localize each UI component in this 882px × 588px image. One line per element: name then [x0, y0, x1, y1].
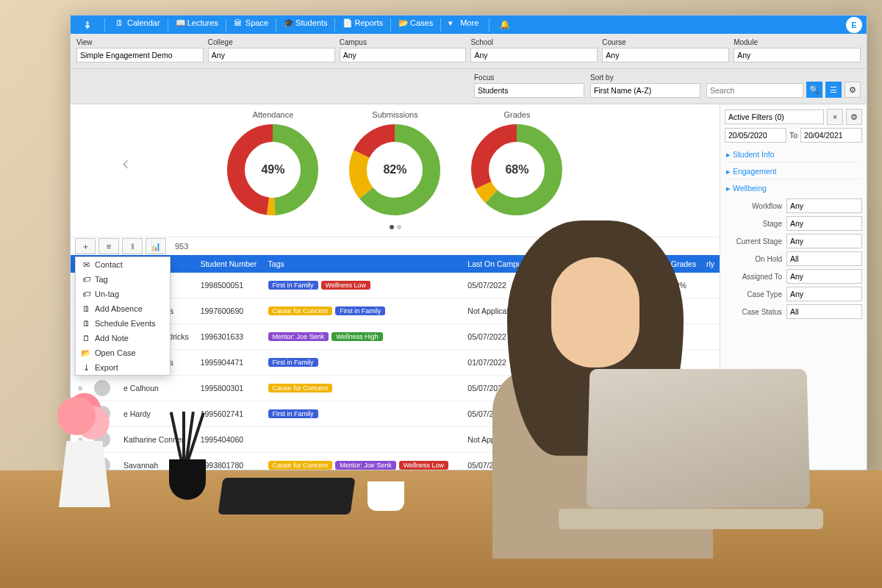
col-last-on-campus[interactable]: Last On Campus	[463, 255, 532, 273]
cell-tags: Cause for ConcernMentor: Joe SenkWellnes…	[264, 452, 464, 470]
date-to-label: To	[789, 131, 797, 140]
col-student-number[interactable]: Student Number	[196, 255, 264, 273]
chart-title: Grades	[470, 110, 563, 119]
rp-field-input[interactable]	[786, 234, 862, 248]
active-filters-input[interactable]	[725, 110, 824, 124]
nav-label: Reports	[354, 18, 383, 27]
filter-focus: Focus	[474, 72, 584, 98]
menu-item-un-tag[interactable]: 🏷Un-tag	[76, 287, 170, 301]
rp-field-input[interactable]	[786, 269, 862, 284]
menu-item-add-absence[interactable]: 🗓Add Absence	[76, 301, 170, 316]
rp-field-input[interactable]	[786, 251, 862, 266]
cell-trailing	[702, 298, 720, 323]
table-row[interactable]: ≡e Calhoun1995800301Cause for Concern05/…	[71, 375, 720, 401]
row-drag-handle[interactable]: ≡	[71, 452, 90, 470]
menu-item-schedule-events[interactable]: 🗓Schedule Events	[76, 316, 170, 331]
filter-sortby: Sort by	[590, 72, 700, 98]
separator	[104, 18, 105, 32]
rp-field-input[interactable]	[786, 304, 862, 319]
menu-item-icon: 🏷	[82, 275, 90, 284]
filter-college-input[interactable]	[208, 48, 335, 62]
date-from-input[interactable]	[725, 128, 786, 143]
filter-sortby-input[interactable]	[590, 83, 700, 98]
search-input[interactable]	[706, 83, 803, 98]
nav-cases[interactable]: 📂Cases	[392, 18, 439, 27]
brand-leaf-icon	[82, 20, 93, 30]
cell-tags: First in Family	[264, 349, 464, 375]
cell-last-on-campus: 05/07/2022	[463, 452, 532, 470]
rp-field-input[interactable]	[786, 198, 862, 213]
tag-badge: Wellness Low	[321, 281, 370, 290]
menu-item-label: Tag	[95, 275, 108, 284]
table-row[interactable]: ≡e Hardy1995602741First in Family05/07/2…	[71, 401, 720, 426]
filter-view-input[interactable]	[76, 48, 204, 62]
nav-space[interactable]: 🏛Space	[228, 18, 274, 27]
filter-module-input[interactable]	[734, 48, 861, 62]
filter-button[interactable]: ☰	[825, 82, 842, 98]
settings-gear-button[interactable]: ⚙	[845, 82, 861, 98]
nav-more[interactable]: ▾More	[442, 18, 484, 27]
menu-item-tag[interactable]: 🏷Tag	[76, 272, 170, 287]
nav-reports[interactable]: 📄Reports	[337, 18, 389, 27]
nav-lectures[interactable]: 📖Lectures	[170, 18, 224, 27]
filter-campus-input[interactable]	[340, 48, 467, 62]
filter-label: Campus	[340, 37, 467, 48]
cell-student-number: 1995800301	[196, 375, 264, 401]
row-drag-handle[interactable]: ≡	[71, 401, 90, 426]
cell-last-on-campus: Not Applicable	[463, 298, 532, 323]
menu-item-icon: 🗓	[82, 304, 90, 313]
date-to-input[interactable]	[800, 128, 862, 143]
add-action-button[interactable]: ＋	[75, 238, 96, 254]
nav-students[interactable]: 🎓Students	[278, 18, 333, 27]
menu-item-open-case[interactable]: 📂Open Case	[76, 345, 170, 360]
view-chart-button[interactable]: 📊	[146, 238, 166, 254]
filter-school-input[interactable]	[470, 48, 598, 62]
row-drag-handle[interactable]: ≡	[71, 375, 90, 401]
menu-item-contact[interactable]: ✉Contact	[76, 257, 170, 272]
menu-item-label: Add Note	[95, 334, 129, 343]
chart-title: Attendance	[226, 110, 319, 119]
col-submissions-[interactable]: Submissions (%)	[597, 255, 666, 273]
col-tags[interactable]: Tags	[264, 255, 464, 273]
search-button[interactable]: 🔍	[806, 82, 822, 98]
view-columns-button[interactable]: ⦀	[122, 238, 143, 254]
filter-course-input[interactable]	[602, 48, 729, 62]
filter-focus-input[interactable]	[474, 83, 584, 98]
rp-field-input[interactable]	[786, 287, 862, 301]
cell-trailing	[702, 375, 720, 401]
clear-filters-button[interactable]: ×	[827, 109, 843, 125]
col-grades[interactable]: Grades	[667, 255, 702, 273]
rp-section-wellbeing[interactable]: ▸ Wellbeing	[725, 179, 862, 196]
cell-attendance: 0%	[533, 298, 598, 323]
rp-section-student-info[interactable]: ▸ Student Info	[725, 146, 862, 162]
filter-settings-button[interactable]: ⚙	[846, 109, 862, 125]
cell-tags: Mentor: Joe SenkWellness High	[264, 323, 464, 349]
tag-badge: First in Family	[268, 358, 318, 367]
nav-calendar[interactable]: 🗓Calendar	[110, 18, 166, 27]
charts-prev-arrow[interactable]: ‹	[117, 146, 135, 181]
table-row[interactable]: ≡Savannah1993801780Cause for ConcernMent…	[71, 452, 720, 470]
menu-item-icon: ⤓	[82, 363, 90, 372]
filter-strip: View College Campus School Course Module	[71, 34, 867, 69]
menu-item-add-note[interactable]: 🗒Add Note	[76, 331, 170, 345]
view-list-button[interactable]: ≡	[98, 238, 119, 254]
table-row[interactable]: ≡Katharine Conner1995404060Not Applicabl…	[71, 426, 720, 452]
filter-label: View	[76, 37, 204, 48]
body-split: ‹ Attendance 49% Submissions 82% Grades …	[71, 104, 867, 470]
rp-section-engagement[interactable]: ▸ Engagement	[725, 162, 862, 179]
rp-field-input[interactable]	[786, 216, 862, 231]
filter-view: View	[76, 37, 204, 62]
cell-tags: First in FamilyWellness Low	[264, 273, 464, 298]
user-avatar-initial[interactable]: E	[846, 17, 862, 33]
cell-attendance: 11%	[533, 401, 598, 426]
col-attendance-[interactable]: Attendance (%)	[533, 255, 598, 273]
calendar-icon: 🗓	[115, 18, 124, 27]
tag-badge: First in Family	[335, 306, 385, 315]
menu-item-export[interactable]: ⤓Export	[76, 360, 170, 375]
notifications-bell[interactable]: 🔔	[494, 15, 516, 34]
col-trailing[interactable]: rly	[702, 255, 720, 273]
filter-module: Module	[734, 37, 861, 62]
row-drag-handle[interactable]: ≡	[71, 426, 90, 452]
row-count-label: 953	[169, 242, 188, 251]
cell-attendance: 33%	[533, 375, 598, 401]
